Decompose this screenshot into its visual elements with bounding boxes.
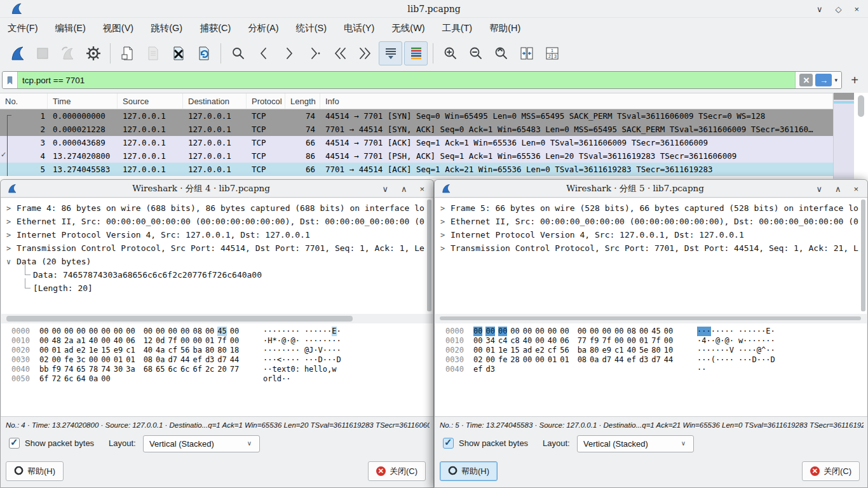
tree-item[interactable]: >Frame 5: 66 bytes on wire (528 bits), 6… [435,201,867,215]
scrollbar-thumb[interactable] [6,316,353,322]
hex-row[interactable]: 000000000000000000000000000008004500····… [435,327,867,336]
scrollbar-thumb[interactable] [858,95,864,117]
menu-item-help[interactable]: 帮助(H) [489,22,520,34]
column-header-time[interactable]: Time [48,93,118,109]
menu-item-statistics[interactable]: 统计(S) [296,22,327,34]
colorize-button[interactable] [404,41,428,65]
tree-item[interactable]: >Transmission Control Protocol, Src Port… [1,241,433,255]
show-packet-bytes-checkbox[interactable]: ✓ [9,438,20,449]
hex-row[interactable]: 00506f726c640a00orld·· [1,374,433,384]
auto-scroll-button[interactable] [379,41,402,65]
column-header-destination[interactable]: Destination [183,93,247,109]
packet-row[interactable]: 10.000000000127.0.0.1127.0.0.1TCP7444514… [0,109,833,123]
maximize-icon[interactable]: ∧ [835,184,841,194]
tree-item[interactable]: >Ethernet II, Src: 00:00:00_00:00:00 (00… [1,215,433,228]
close-icon[interactable]: × [419,184,424,194]
hex-row[interactable]: 0040efd3·· [435,365,867,374]
menu-item-capture[interactable]: 捕获(C) [200,22,231,34]
layout-button[interactable]: 123 [540,41,564,65]
menu-item-view[interactable]: 视图(V) [103,22,133,34]
packet-row[interactable]: 30.000043689127.0.0.1127.0.0.1TCP6644514… [0,136,833,149]
stop-capture-button[interactable] [31,41,54,65]
menu-item-wireless[interactable]: 无线(W) [391,22,424,34]
save-file-button[interactable] [141,41,165,65]
packet-row[interactable]: ✓413.274020800127.0.0.1127.0.0.1TCP86445… [0,149,833,163]
column-header-no[interactable]: No. [0,93,48,109]
tree-item[interactable]: Data: 74657874303a68656c6c6f2c20776f726c… [1,268,433,281]
scrollbar-thumb[interactable] [861,200,865,311]
tree-item[interactable]: >Internet Protocol Version 4, Src: 127.0… [435,228,867,241]
column-header-length[interactable]: Length [285,93,320,109]
packet-list-scrollbar[interactable] [854,93,868,179]
tree-item[interactable]: ∨Data (20 bytes) [1,255,433,268]
scrollbar-thumb[interactable] [440,316,861,320]
show-packet-bytes-checkbox[interactable]: ✓ [443,438,454,449]
dialog-titlebar[interactable]: Wireshark · 分组 4 · lib7.pcapng ∨ ∧ × [1,180,433,198]
tree-item[interactable]: >Frame 4: 86 bytes on wire (688 bits), 8… [1,201,433,215]
minimize-icon[interactable]: ∨ [816,184,822,194]
tree-scrollbar[interactable] [427,200,431,311]
dialog-titlebar[interactable]: Wireshark · 分组 5 · lib7.pcapng ∨ ∧ × [435,180,867,198]
help-button[interactable]: 帮助(H) [6,461,64,481]
find-packet-button[interactable] [226,41,250,65]
packet-row[interactable]: 513.274045583127.0.0.1127.0.0.1TCP667701… [0,163,833,176]
hex-row[interactable]: 00300200fe3c00000101080ad744efd3d744···<… [1,355,433,365]
hex-row[interactable]: 001000482aa140004006120d7f0000017f00·H*·… [1,336,433,346]
zoom-in-button[interactable] [438,41,462,65]
menu-item-edit[interactable]: 编辑(E) [55,22,86,34]
tree-scrollbar[interactable] [861,200,865,311]
menu-item-analyze[interactable]: 分析(A) [248,22,278,34]
reload-file-button[interactable] [192,41,215,65]
go-to-packet-button[interactable] [302,41,326,65]
hex-row[interactable]: 000000000000000000000000000008004500····… [1,327,433,336]
column-header-protocol[interactable]: Protocol [247,93,285,109]
start-capture-button[interactable] [5,41,29,65]
first-packet-button[interactable] [328,41,351,65]
menu-item-telephony[interactable]: 电话(Y) [344,22,374,34]
maximize-icon[interactable]: ∧ [401,184,407,194]
clear-filter-icon[interactable]: ✕ [799,74,813,86]
hex-row[interactable]: 00200001ade21e15e9c1404acf56ba808018····… [1,346,433,355]
close-icon[interactable]: × [853,184,858,194]
minimize-icon[interactable]: ∨ [817,4,823,14]
display-filter-input[interactable]: tcp.port == 7701 ✕ → ▾ [2,71,842,89]
close-button[interactable]: ✕ 关闭(C) [802,461,860,481]
menu-item-go[interactable]: 跳转(G) [151,22,182,34]
minimize-icon[interactable]: ∨ [382,184,388,194]
open-file-button[interactable] [116,41,139,65]
hex-row[interactable]: 002000011e15ade2cf56ba80e9c1405e8010····… [435,346,867,355]
next-packet-button[interactable] [277,41,301,65]
last-packet-button[interactable] [353,41,377,65]
horizontal-scrollbar[interactable] [435,315,867,323]
hex-row[interactable]: 00300200fe2800000101080ad744efd3d744···(… [435,355,867,365]
maximize-icon[interactable]: ◇ [835,4,841,14]
help-button[interactable]: 帮助(H) [440,461,498,481]
zoom-reset-button[interactable] [489,41,513,65]
close-icon[interactable]: × [854,4,859,14]
tree-item[interactable]: >Ethernet II, Src: 00:00:00_00:00:00 (00… [435,215,867,228]
column-header-info[interactable]: Info [320,93,833,109]
close-file-button[interactable] [166,41,190,65]
horizontal-scrollbar[interactable] [1,315,433,323]
menu-item-file[interactable]: 文件(F) [8,22,38,34]
previous-packet-button[interactable] [252,41,275,65]
hex-row[interactable]: 0040bbf974657874303a68656c6c6f2c2077··te… [1,365,433,374]
menu-item-tools[interactable]: 工具(T) [442,22,473,34]
layout-select[interactable]: Vertical (Stacked) ∨ [143,435,260,452]
tree-item[interactable]: >Internet Protocol Version 4, Src: 127.0… [1,228,433,241]
apply-filter-icon[interactable]: → [815,74,832,86]
filter-dropdown-icon[interactable]: ▾ [834,77,837,83]
tree-item[interactable]: >Transmission Control Protocol, Src Port… [435,241,867,255]
zoom-out-button[interactable] [464,41,487,65]
hex-row[interactable]: 00100034c4c84000400677f97f0000017f00·4··… [435,336,867,346]
packet-row[interactable]: 20.000021228127.0.0.1127.0.0.1TCP747701 … [0,123,833,136]
tree-item[interactable]: [Length: 20] [1,281,433,295]
scrollbar-thumb[interactable] [427,200,431,311]
close-button[interactable]: ✕ 关闭(C) [368,461,426,481]
restart-capture-button[interactable] [56,41,79,65]
add-filter-button[interactable]: + [846,72,863,88]
layout-select[interactable]: Vertical (Stacked) ∨ [577,435,694,452]
packet-list-minimap[interactable] [833,93,854,179]
capture-options-button[interactable] [81,41,105,65]
filter-bookmark-icon[interactable] [3,72,18,88]
